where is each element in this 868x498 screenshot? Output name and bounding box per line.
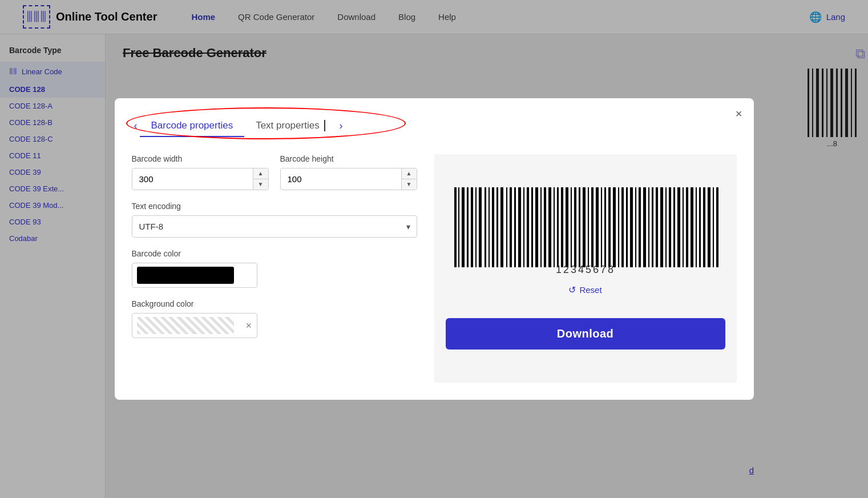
text-encoding-label: Text encoding [132,202,417,211]
modal-overlay: × ‹ Barcode properties Text properties ›… [0,0,868,498]
tab-prev-arrow[interactable]: ‹ [132,120,140,132]
barcode-height-increment[interactable]: ▲ [402,168,417,179]
barcode-svg: 12345678 [451,187,720,273]
barcode-height-input[interactable] [281,170,401,188]
svg-rect-59 [708,187,710,267]
reset-icon: ↺ [568,284,576,295]
barcode-width-decrement[interactable]: ▼ [253,179,268,190]
modal-body: Barcode width ▲ ▼ Barcode height [132,154,737,383]
tab-next-arrow[interactable]: › [337,120,345,132]
svg-rect-56 [696,187,697,267]
svg-rect-0 [454,187,457,267]
svg-rect-41 [630,187,633,267]
svg-rect-49 [665,187,667,267]
modal-tabs: ‹ Barcode properties Text properties › [132,115,737,138]
background-color-group: Background color ✕ [132,299,417,338]
barcode-display: 12345678 [451,187,720,273]
svg-rect-47 [656,187,658,267]
barcode-height-label: Barcode height [280,154,417,163]
barcode-height-decrement[interactable]: ▼ [402,179,417,190]
reset-button[interactable]: ↺ Reset [568,284,601,295]
svg-rect-51 [673,187,675,267]
left-panel: Barcode width ▲ ▼ Barcode height [132,154,417,383]
download-button[interactable]: Download [446,318,725,350]
svg-rect-5 [475,187,477,267]
svg-rect-14 [514,187,516,267]
svg-rect-37 [613,187,616,267]
svg-rect-1 [458,187,459,267]
barcode-width-label: Barcode width [132,154,269,163]
svg-rect-9 [492,187,494,267]
tab-barcode-properties[interactable]: Barcode properties [140,115,245,137]
svg-rect-55 [691,187,693,267]
svg-rect-30 [583,187,586,267]
barcode-height-spinners: ▲ ▼ [401,168,417,190]
barcode-width-group: Barcode width ▲ ▼ [132,154,269,190]
barcode-width-input-wrap: ▲ ▼ [132,168,269,190]
svg-rect-18 [531,187,533,267]
svg-rect-23 [554,187,555,267]
barcode-width-spinners: ▲ ▼ [253,168,268,190]
svg-rect-2 [462,187,465,267]
svg-rect-21 [544,187,546,267]
svg-rect-26 [566,187,568,267]
barcode-color-label: Barcode color [132,249,417,258]
svg-rect-36 [608,187,611,267]
barcode-height-input-wrap: ▲ ▼ [280,168,417,190]
svg-rect-24 [557,187,559,267]
svg-rect-57 [699,187,701,267]
svg-rect-34 [601,187,602,267]
svg-rect-29 [579,187,580,267]
svg-rect-40 [626,187,628,267]
svg-rect-61 [716,187,718,267]
svg-rect-17 [527,187,529,267]
svg-rect-3 [467,187,469,267]
text-encoding-select[interactable]: UTF-8 ASCII ISO-8859-1 [132,215,417,238]
background-color-swatch[interactable] [137,317,234,334]
svg-rect-25 [561,187,563,267]
svg-rect-4 [471,187,473,267]
barcode-width-increment[interactable]: ▲ [253,168,268,179]
svg-rect-12 [506,187,507,267]
svg-rect-46 [652,187,653,267]
svg-rect-16 [523,187,524,267]
background-color-label: Background color [132,299,417,308]
tab-text-properties[interactable]: Text properties [244,115,337,138]
svg-rect-58 [703,187,705,267]
svg-rect-60 [713,187,714,267]
dimensions-row: Barcode width ▲ ▼ Barcode height [132,154,417,190]
clear-background-color-button[interactable]: ✕ [245,321,252,330]
barcode-height-group: Barcode height ▲ ▼ [280,154,417,190]
svg-rect-44 [643,187,646,267]
svg-rect-6 [479,187,482,267]
barcode-color-swatch[interactable] [137,267,234,284]
svg-rect-15 [518,187,521,267]
modal: × ‹ Barcode properties Text properties ›… [115,98,754,400]
svg-rect-27 [571,187,572,267]
svg-rect-32 [591,187,594,267]
modal-close-button[interactable]: × [736,107,742,121]
svg-rect-43 [639,187,641,267]
svg-rect-42 [635,187,636,267]
barcode-color-swatch-wrap[interactable] [132,263,257,288]
background-color-swatch-wrap[interactable]: ✕ [132,313,257,338]
svg-rect-50 [669,187,671,267]
barcode-width-input[interactable] [132,170,253,188]
svg-rect-39 [621,187,624,267]
svg-rect-13 [510,187,512,267]
svg-rect-10 [496,187,498,267]
svg-rect-11 [500,187,503,267]
svg-rect-31 [588,187,589,267]
svg-rect-28 [574,187,576,267]
svg-rect-33 [596,187,599,267]
svg-rect-19 [535,187,538,267]
reset-label: Reset [579,285,601,295]
right-panel: 12345678 ↺ Reset Download [434,154,737,383]
svg-rect-35 [604,187,606,267]
svg-rect-7 [485,187,486,267]
svg-rect-45 [648,187,649,267]
svg-rect-52 [677,187,680,267]
text-encoding-group: Text encoding UTF-8 ASCII ISO-8859-1 ▾ [132,202,417,238]
svg-rect-8 [488,187,490,267]
cursor-icon [324,120,325,131]
